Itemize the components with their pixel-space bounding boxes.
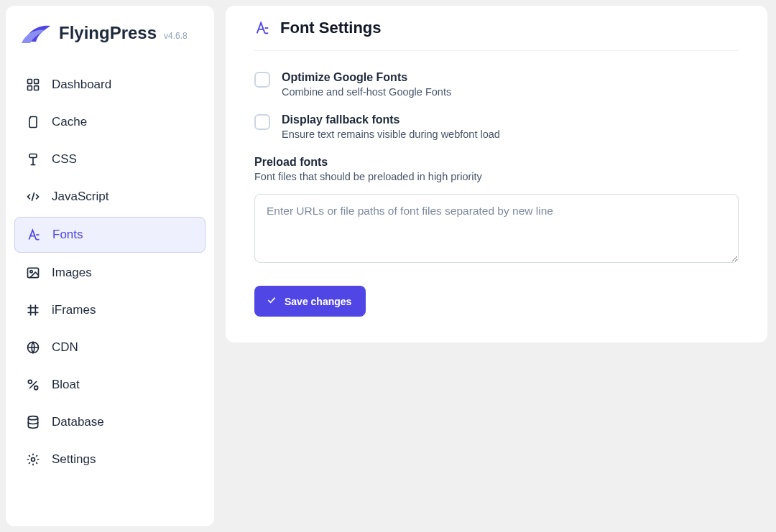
bloat-icon	[26, 378, 40, 392]
display-fallback-fonts-title: Display fallback fonts	[282, 113, 500, 126]
sidebar-item-dashboard[interactable]: Dashboard	[14, 67, 205, 102]
sidebar-item-label: Fonts	[52, 228, 83, 242]
sidebar-item-label: Bloat	[52, 378, 80, 392]
dashboard-icon	[26, 78, 40, 92]
images-icon	[26, 266, 40, 280]
sidebar-item-database[interactable]: Database	[14, 405, 205, 439]
settings-body: Optimize Google Fonts Combine and self-h…	[254, 51, 739, 317]
sidebar-item-label: CDN	[52, 340, 78, 355]
svg-point-9	[34, 386, 38, 390]
check-icon	[266, 294, 277, 308]
sidebar-item-label: CSS	[52, 152, 77, 167]
settings-icon	[26, 452, 40, 467]
svg-rect-1	[34, 80, 39, 84]
optimize-google-fonts-desc: Combine and self-host Google Fonts	[282, 86, 451, 98]
sidebar-item-css[interactable]: CSS	[14, 142, 205, 177]
css-icon	[26, 152, 40, 167]
svg-rect-0	[28, 80, 32, 84]
sidebar-item-fonts[interactable]: Fonts	[14, 217, 205, 253]
svg-point-11	[32, 458, 35, 462]
database-icon	[26, 415, 40, 429]
sidebar-item-cdn[interactable]: CDN	[14, 330, 205, 365]
cache-icon	[26, 115, 40, 129]
display-fallback-fonts-desc: Ensure text remains visible during webfo…	[282, 129, 500, 140]
optimize-google-fonts-title: Optimize Google Fonts	[282, 71, 451, 84]
svg-point-8	[28, 380, 32, 383]
sidebar-item-label: Settings	[52, 452, 96, 467]
iframes-icon	[26, 303, 40, 317]
display-fallback-fonts-checkbox[interactable]	[254, 114, 270, 130]
save-button-label: Save changes	[285, 296, 351, 307]
svg-rect-4	[29, 154, 37, 158]
main-content: Font Settings Optimize Google Fonts Comb…	[226, 6, 776, 526]
save-changes-button[interactable]: Save changes	[254, 286, 366, 317]
sidebar-item-images[interactable]: Images	[14, 256, 205, 290]
cdn-icon	[26, 340, 40, 355]
fonts-header-icon	[254, 20, 270, 36]
sidebar: FlyingPress v4.6.8 Dashboard Cache	[6, 6, 214, 526]
font-settings-panel: Font Settings Optimize Google Fonts Comb…	[226, 6, 767, 342]
sidebar-item-iframes[interactable]: iFrames	[14, 293, 205, 327]
fonts-icon	[27, 228, 41, 242]
sidebar-item-label: iFrames	[52, 303, 96, 317]
sidebar-item-label: Dashboard	[52, 78, 111, 92]
preload-fonts-desc: Font files that should be preloaded in h…	[254, 171, 739, 182]
preload-fonts-title: Preload fonts	[254, 156, 739, 169]
panel-title: Font Settings	[280, 19, 382, 37]
preload-fonts-textarea[interactable]	[254, 194, 739, 263]
display-fallback-fonts-row: Display fallback fonts Ensure text remai…	[254, 113, 739, 140]
sidebar-item-bloat[interactable]: Bloat	[14, 368, 205, 402]
svg-rect-2	[28, 86, 32, 90]
display-fallback-fonts-label: Display fallback fonts Ensure text remai…	[282, 113, 500, 140]
sidebar-item-label: JavaScript	[52, 190, 108, 204]
flyingpress-logo-icon	[20, 23, 52, 46]
optimize-google-fonts-row: Optimize Google Fonts Combine and self-h…	[254, 71, 739, 98]
sidebar-nav: Dashboard Cache CSS	[14, 67, 205, 477]
sidebar-item-label: Cache	[52, 115, 87, 129]
brand: FlyingPress v4.6.8	[14, 23, 205, 63]
sidebar-item-settings[interactable]: Settings	[14, 442, 205, 477]
sidebar-item-label: Images	[52, 266, 92, 280]
panel-header: Font Settings	[254, 11, 739, 51]
svg-rect-3	[34, 86, 39, 90]
optimize-google-fonts-label: Optimize Google Fonts Combine and self-h…	[282, 71, 451, 98]
sidebar-item-cache[interactable]: Cache	[14, 105, 205, 139]
preload-fonts-block: Preload fonts Font files that should be …	[254, 156, 739, 266]
javascript-icon	[26, 190, 40, 204]
brand-name: FlyingPress	[59, 23, 157, 43]
brand-version: v4.6.8	[164, 31, 188, 41]
sidebar-item-label: Database	[52, 415, 104, 429]
svg-point-6	[30, 271, 32, 273]
optimize-google-fonts-checkbox[interactable]	[254, 72, 270, 88]
svg-point-10	[28, 416, 37, 420]
sidebar-item-javascript[interactable]: JavaScript	[14, 179, 205, 214]
